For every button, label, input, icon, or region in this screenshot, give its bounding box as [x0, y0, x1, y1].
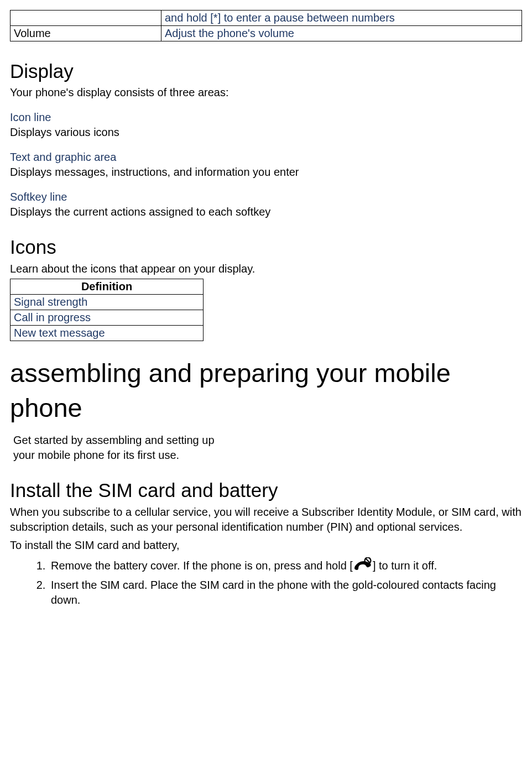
- table-cell: Call in progress: [11, 310, 204, 325]
- display-intro: Your phone's display consists of three a…: [10, 85, 522, 100]
- softkey-body: Displays the current actions assigned to…: [10, 205, 522, 219]
- list-item: Insert the SIM card. Place the SIM card …: [49, 578, 522, 608]
- icon-line-title: Icon line: [10, 110, 522, 125]
- end-call-icon: [353, 557, 373, 577]
- table-row: Volume Adjust the phone's volume: [11, 26, 522, 41]
- list-item: Remove the battery cover. If the phone i…: [49, 557, 522, 577]
- table-row: and hold [*] to enter a pause between nu…: [11, 11, 522, 26]
- table-cell: Volume: [11, 26, 161, 41]
- step1-text-a: Remove the battery cover. If the phone i…: [51, 559, 353, 572]
- definition-table: Definition Signal strength Call in progr…: [10, 279, 204, 341]
- icon-line-body: Displays various icons: [10, 125, 522, 140]
- table-cell: and hold [*] to enter a pause between nu…: [161, 11, 522, 26]
- top-parameters-table: and hold [*] to enter a pause between nu…: [10, 10, 522, 41]
- assembling-intro-line1: Get started by assembling and setting up: [13, 434, 215, 446]
- install-p1: When you subscribe to a cellular service…: [10, 505, 522, 535]
- table-cell: Signal strength: [11, 294, 204, 310]
- text-area-title: Text and graphic area: [10, 150, 522, 165]
- table-row: Signal strength: [11, 294, 204, 310]
- text-area-body: Displays messages, instructions, and inf…: [10, 165, 522, 180]
- assembling-intro: Get started by assembling and setting up…: [13, 433, 246, 463]
- icons-heading: Icons: [10, 234, 522, 260]
- install-steps: Remove the battery cover. If the phone i…: [10, 557, 522, 608]
- icons-intro: Learn about the icons that appear on you…: [10, 262, 522, 276]
- display-heading: Display: [10, 58, 522, 84]
- install-p2: To install the SIM card and battery,: [10, 538, 522, 553]
- softkey-title: Softkey line: [10, 190, 522, 205]
- assembling-heading: assembling and preparing your mobile pho…: [10, 355, 522, 426]
- table-cell: Adjust the phone's volume: [161, 26, 522, 41]
- install-heading: Install the SIM card and battery: [10, 477, 522, 503]
- table-row: Definition: [11, 279, 204, 294]
- table-row: Call in progress: [11, 310, 204, 325]
- table-row: New text message: [11, 325, 204, 341]
- table-cell: [11, 11, 161, 26]
- definition-header: Definition: [11, 279, 204, 294]
- step1-text-b: ] to turn it off.: [373, 559, 437, 572]
- assembling-intro-line2: your mobile phone for its first use.: [13, 449, 179, 461]
- table-cell: New text message: [11, 325, 204, 341]
